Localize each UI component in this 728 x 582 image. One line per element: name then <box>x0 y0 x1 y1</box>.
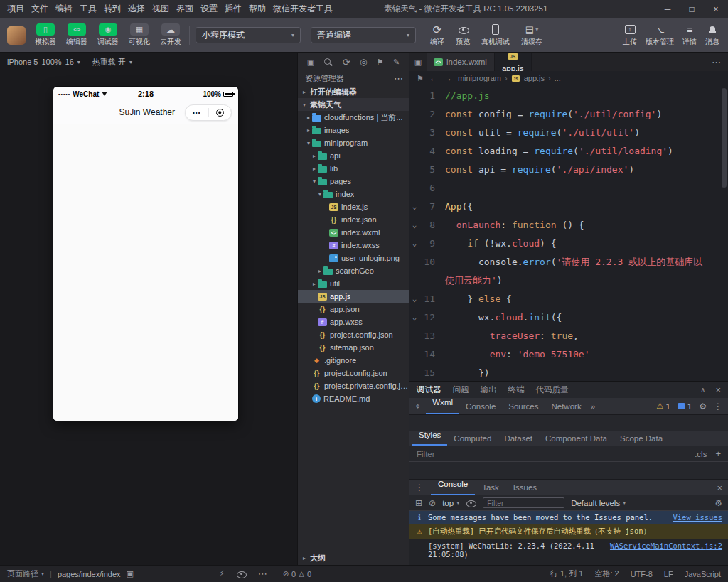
context-select[interactable]: top ▾ <box>442 499 459 507</box>
hot-reload-toggle[interactable]: 热重载 开 <box>92 57 126 68</box>
cls-toggle[interactable]: .cls <box>695 450 707 458</box>
view-issues-link[interactable]: View issues <box>673 513 722 522</box>
cursor-position[interactable]: 行 1, 列 1 <box>550 568 583 579</box>
eye-icon[interactable] <box>236 570 247 578</box>
clear-cache-button[interactable]: ▾清缓存 <box>521 23 542 47</box>
kebab-menu-icon[interactable] <box>714 402 722 411</box>
fold-icon[interactable]: ⌄ <box>410 198 419 216</box>
debug-panel-tab[interactable]: 输出 <box>481 384 497 395</box>
debug-panel-tab[interactable]: 调试器 <box>417 384 441 395</box>
console-messages[interactable]: ℹSome messages have been moved to the Is… <box>410 511 728 565</box>
styles-tab[interactable]: Dataset <box>498 431 539 446</box>
editor-toggle[interactable]: 编辑器 <box>64 23 90 47</box>
tree-item[interactable]: project.config.json <box>298 367 409 379</box>
open-editors-section[interactable]: ▸ 打开的编辑器 <box>298 85 409 98</box>
devtools-tab[interactable]: Wxml <box>426 398 459 414</box>
kebab-menu-icon[interactable] <box>415 483 424 492</box>
minimize-button[interactable]: ─ <box>655 0 680 18</box>
exit-button[interactable] <box>209 105 232 120</box>
simulator-toggle[interactable]: 模拟器 <box>33 23 58 47</box>
close-console-icon[interactable]: × <box>717 483 722 493</box>
console-tab[interactable]: Console <box>431 480 475 495</box>
tree-item[interactable]: app.wxss <box>298 316 409 328</box>
tree-item[interactable]: ▸cloudfunctions | 当前... <box>298 111 409 124</box>
scrollbar[interactable] <box>722 88 727 188</box>
tree-item[interactable]: index.js <box>298 200 409 213</box>
menu-item[interactable]: 文件 <box>31 3 48 15</box>
more-tabs-icon[interactable]: » <box>591 402 595 411</box>
log-levels-select[interactable]: Default levels ▾ <box>571 499 626 507</box>
breadcrumb-item[interactable]: app.js <box>524 74 545 82</box>
wxml-tree-area[interactable] <box>410 415 728 431</box>
devtools-tab[interactable]: Sources <box>502 398 545 414</box>
compile-button[interactable]: 编译 <box>430 23 444 47</box>
more-menu-button[interactable]: ••• <box>186 105 208 120</box>
chevron-down-icon[interactable]: ▾ <box>316 191 323 198</box>
styles-tab[interactable]: Component Data <box>539 431 614 446</box>
details-button[interactable]: 详情 <box>682 23 697 47</box>
console-tab[interactable]: Issues <box>506 480 544 495</box>
tree-item[interactable]: ▾index <box>298 188 409 200</box>
miniprogram-page[interactable] <box>53 124 238 421</box>
fold-icon[interactable]: ⌄ <box>410 308 419 327</box>
maximize-button[interactable]: □ <box>680 0 704 18</box>
chevron-down-icon[interactable]: ▾ <box>311 178 318 185</box>
copy-icon[interactable] <box>127 570 134 578</box>
console-tab[interactable]: Task <box>475 480 506 495</box>
code-editor[interactable]: 1//app.js2const config = require('./util… <box>410 85 728 381</box>
close-button[interactable]: × <box>704 0 728 18</box>
open-files-icon[interactable] <box>410 58 427 66</box>
lightning-icon[interactable] <box>219 570 225 578</box>
tree-item[interactable]: ▸images <box>298 124 409 136</box>
target-icon[interactable] <box>360 58 367 66</box>
more-icon[interactable] <box>258 569 267 578</box>
refresh-icon[interactable] <box>343 58 350 67</box>
gear-icon[interactable] <box>699 402 707 411</box>
styles-tab[interactable]: Computed <box>447 431 498 446</box>
add-style-icon[interactable]: + <box>715 448 721 459</box>
chevron-right-icon[interactable]: ▸ <box>305 127 312 134</box>
bookmark-icon[interactable] <box>377 58 384 66</box>
tree-item[interactable]: index.wxss <box>298 239 409 252</box>
inspect-element-icon[interactable] <box>415 402 420 411</box>
editor-tab[interactable]: index.wxml <box>427 53 495 71</box>
preview-button[interactable]: 预览 <box>456 23 470 47</box>
tree-item[interactable]: index.json <box>298 213 409 226</box>
project-section[interactable]: ▾ 素锦天气 <box>298 98 409 111</box>
debugger-toggle[interactable]: 调试器 <box>95 23 121 47</box>
chevron-down-icon[interactable]: ▾ <box>305 140 312 146</box>
menu-item[interactable]: 视图 <box>152 3 169 15</box>
eye-icon[interactable] <box>466 499 476 507</box>
problems-indicator[interactable]: ⊘ 0 △ 0 <box>283 570 311 578</box>
tree-item[interactable]: project.private.config.js... <box>298 379 409 392</box>
menu-item[interactable]: 帮助 <box>249 3 266 15</box>
menu-item[interactable]: 设置 <box>200 3 218 15</box>
styles-area[interactable] <box>410 462 728 479</box>
client-version[interactable]: 16 <box>65 58 74 66</box>
message-button[interactable]: 消息 <box>705 23 719 47</box>
chevron-right-icon[interactable]: ▸ <box>305 114 312 121</box>
indentation-setting[interactable]: 空格: 2 <box>594 568 619 579</box>
menu-item[interactable]: 界面 <box>176 3 193 15</box>
tree-item[interactable]: project.config.json <box>298 328 409 341</box>
mode-select[interactable]: 小程序模式 ▾ <box>196 27 301 43</box>
styles-filter-input[interactable]: Filter <box>417 450 435 458</box>
back-button[interactable]: ← <box>429 73 438 83</box>
menu-item[interactable]: 工具 <box>80 3 97 15</box>
eol-setting[interactable]: LF <box>664 568 673 579</box>
tree-item[interactable]: ▸lib <box>298 162 409 175</box>
menu-item[interactable]: 微信开发者工具 <box>273 3 333 15</box>
menu-item[interactable]: 项目 <box>7 3 24 15</box>
tree-item[interactable]: user-unlogin.png <box>298 252 409 264</box>
console-source-link[interactable]: WAServiceMainContext.js:2 <box>610 541 722 550</box>
editor-tab[interactable]: app.js× <box>495 53 532 71</box>
debug-panel-tab[interactable]: 问题 <box>453 384 469 395</box>
styles-tab[interactable]: Scope Data <box>614 431 669 446</box>
bookmark-icon[interactable] <box>417 75 424 82</box>
close-panel-icon[interactable]: × <box>715 384 721 395</box>
brush-icon[interactable] <box>393 58 400 66</box>
device-debug-button[interactable]: 真机调试 <box>481 23 510 47</box>
debug-panel-tab[interactable]: 终端 <box>508 384 525 395</box>
device-select[interactable]: iPhone 5 <box>7 58 38 66</box>
menu-item[interactable]: 选择 <box>128 3 145 15</box>
